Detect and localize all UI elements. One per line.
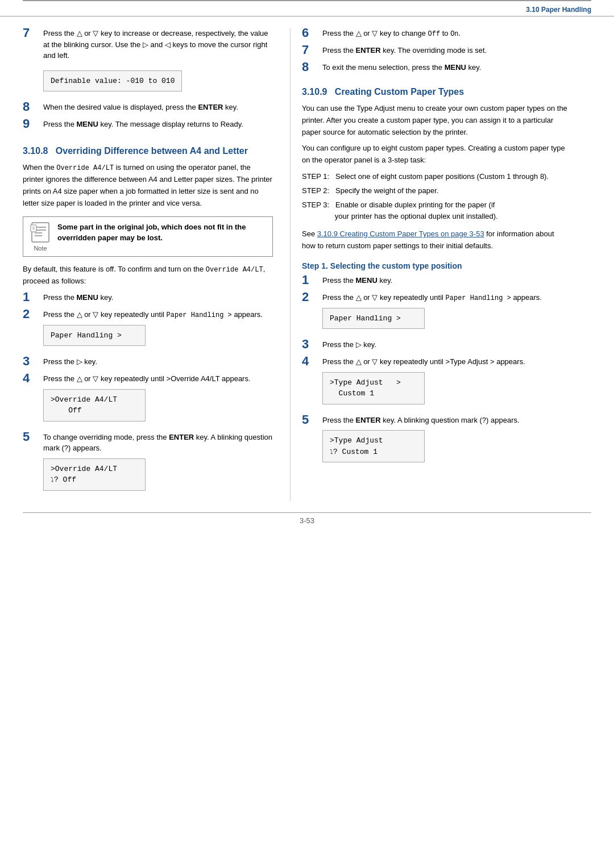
left-step-3-content: Press the ▷ key. [43,356,273,368]
left-column: 7 Press the △ or ▽ key to increase or de… [23,16,290,501]
step-9-top: 9 Press the MENU key. The message displa… [23,119,273,130]
r309-step-5-content: Press the ENTER key. A blinking question… [322,415,569,468]
right-step-8-num: 8 [302,61,322,73]
right-step-7-num: 7 [302,44,322,56]
note-icon [30,222,51,243]
step-7-text: Press the △ or ▽ key to increase or decr… [43,29,268,60]
step-8-content: When the desired value is displayed, pre… [43,102,273,113]
left-step-4-content: Press the △ or ▽ key repeatedly until >O… [43,373,273,426]
309-step3-label: STEP 3: Enable or disable duplex printin… [302,199,569,223]
r309-step-2: 2 Press the △ or ▽ key repeatedly until … [302,292,569,334]
step-8-num: 8 [23,101,43,113]
right-step-7-content: Press the ENTER key. The overriding mode… [322,45,569,56]
display-override-blink: >Override A4/LT ⤵? Off [43,458,146,491]
left-step-5-num: 5 [23,431,43,443]
left-step-1-num: 1 [23,291,43,303]
r309-step-1: 1 Press the MENU key. [302,275,569,286]
definable-box: Definable value: -010 to 010 [43,70,182,92]
step-7-top: 7 Press the △ or ▽ key to increase or de… [23,28,273,96]
left-step-1-content: Press the MENU key. [43,292,273,303]
right-step-6: 6 Press the △ or ▽ key to change Off to … [302,28,569,39]
display-paper-handling-right: Paper Handling > [322,308,425,329]
display-type-adjust: >Type Adjust > Custom 1 [322,372,425,404]
section-308: 3.10.8 Overriding Difference between A4 … [23,146,273,495]
page-number: 3-53 [300,516,314,525]
see-link: 3.10.9 Creating Custom Paper Types on pa… [317,229,484,238]
section-309-see: See 3.10.9 Creating Custom Paper Types o… [302,228,569,252]
right-step-6-content: Press the △ or ▽ key to change Off to On… [322,28,569,39]
r309-step-4-content: Press the △ or ▽ key repeatedly until >T… [322,356,569,409]
left-step-5: 5 To change overriding mode, press the E… [23,432,273,495]
r309-step-5: 5 Press the ENTER key. A blinking questi… [302,415,569,468]
r309-step-3: 3 Press the ▷ key. [302,339,569,350]
step-8-text: When the desired value is displayed, pre… [43,103,238,111]
display-type-blink: >Type Adjust ⤵? Custom 1 [322,430,425,462]
definable-value: Definable value: -010 to 010 [43,66,273,97]
display-paper-handling-left: Paper Handling > [43,325,146,347]
step-9-text: Press the MENU key. The message display … [43,120,243,128]
step-7-num: 7 [23,27,43,39]
left-step-4: 4 Press the △ or ▽ key repeatedly until … [23,373,273,426]
step1-subheading: Step 1. Selecting the custom type positi… [302,261,569,270]
note-box: Note Some part in the original job, whic… [23,216,273,257]
note-label: Note [29,245,52,252]
r309-step-5-num: 5 [302,414,322,426]
header-section-label: 3.10 Paper Handling [0,1,614,16]
left-step-2-content: Press the △ or ▽ key repeatedly until Pa… [43,309,273,351]
section-308-heading: 3.10.8 Overriding Difference between A4 … [23,146,273,156]
right-step-8-content: To exit the menu selection, press the ME… [322,62,569,73]
right-step-7: 7 Press the ENTER key. The overriding mo… [302,45,569,56]
r309-step-3-num: 3 [302,338,322,350]
309-step1-label: STEP 1: Select one of eight custom paper… [302,171,569,183]
r309-step-1-content: Press the MENU key. [322,275,569,286]
display-override-off: >Override A4/LT Off [43,389,146,422]
section-308-body2: By default, this feature is off. To conf… [23,264,273,287]
section-309-heading: 3.10.9 Creating Custom Paper Types [302,87,569,97]
right-step-6-num: 6 [302,27,322,39]
section-309: 3.10.9 Creating Custom Paper Types You c… [302,87,569,467]
right-column: 6 Press the △ or ▽ key to change Off to … [291,16,569,501]
left-step-5-content: To change overriding mode, press the ENT… [43,432,273,495]
step-8-top: 8 When the desired value is displayed, p… [23,102,273,113]
step-9-content: Press the MENU key. The message display … [43,119,273,130]
r309-step-3-content: Press the ▷ key. [322,339,569,350]
section-308-body1: When the Override A4/LT is turned on usi… [23,162,273,210]
r309-step-1-num: 1 [302,274,322,286]
left-step-2-num: 2 [23,308,43,320]
309-step2-label: STEP 2: Specify the weight of the paper. [302,185,569,197]
page-footer: 3-53 [23,512,591,525]
note-icon-area: Note [29,222,52,252]
main-content: 7 Press the △ or ▽ key to increase or de… [0,16,614,501]
r309-step-2-content: Press the △ or ▽ key repeatedly until Pa… [322,292,569,334]
note-text: Some part in the original job, which doe… [57,222,267,244]
left-step-4-num: 4 [23,372,43,385]
r309-step-4: 4 Press the △ or ▽ key repeatedly until … [302,356,569,409]
left-step-3: 3 Press the ▷ key. [23,356,273,368]
section-309-body1: You can use the Type Adjust menu to crea… [302,103,569,138]
step-9-num: 9 [23,118,43,130]
left-step-3-num: 3 [23,355,43,368]
step-7-content: Press the △ or ▽ key to increase or decr… [43,28,273,96]
r309-step-4-num: 4 [302,355,322,368]
left-step-2: 2 Press the △ or ▽ key repeatedly until … [23,309,273,351]
r309-step-2-num: 2 [302,291,322,303]
left-step-1: 1 Press the MENU key. [23,292,273,303]
right-step-8: 8 To exit the menu selection, press the … [302,62,569,73]
page: 3.10 Paper Handling 7 Press the △ or ▽ k… [0,0,614,868]
section-309-body2: You can configure up to eight custom pap… [302,143,569,166]
svg-rect-5 [31,225,36,232]
